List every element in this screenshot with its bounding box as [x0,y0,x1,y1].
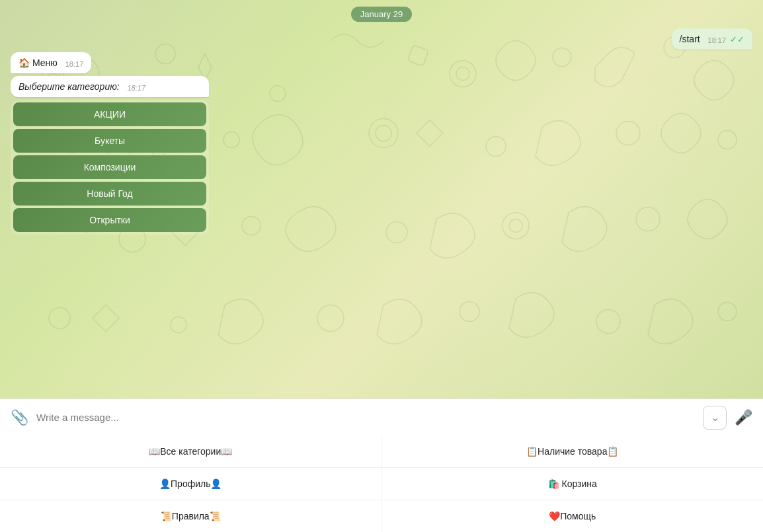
kb-button-all-categories[interactable]: 📖Все категории📖 [0,436,382,467]
chat-area: January 29 /start 18:17 ✓✓ 🏠 Меню 18:17 … [0,0,763,399]
bot-message-category: Выберите категорию: 18:17 [11,76,209,97]
kb-button-rules[interactable]: 📜Правила📜 [0,500,382,532]
svg-point-26 [596,310,620,334]
bot-message-menu: 🏠 Меню 18:17 [11,52,91,73]
kb-button-stock[interactable]: 📋Наличие товара📋 [382,436,764,467]
svg-point-23 [171,317,186,333]
messages-list: /start 18:17 ✓✓ 🏠 Меню 18:17 Выберите ка… [11,28,752,235]
keyboard-grid: 📖Все категории📖 📋Наличие товара📋 👤Профил… [0,436,763,532]
user-message-start: /start 18:17 ✓✓ [672,28,752,50]
date-badge: January 29 [351,7,412,22]
category-button-noviy-god[interactable]: Новый Год [13,182,206,206]
svg-point-25 [460,302,479,322]
user-message-text: /start [680,34,700,44]
scroll-down-button[interactable]: ⌄ [703,406,727,430]
message-checkmarks: ✓✓ [730,34,744,44]
category-button-bukety[interactable]: Букеты [13,129,206,153]
message-input[interactable] [36,412,698,423]
bot-menu-time: 18:17 [65,60,84,68]
kb-button-cart[interactable]: 🛍️ Корзина [382,468,764,500]
bot-menu-emoji: 🏠 [19,57,30,68]
category-button-kompozicii[interactable]: Композиции [13,155,206,179]
kb-button-help[interactable]: ❤️Помощь [382,500,764,532]
bot-category-text: Выберите категорию: [19,81,120,92]
bot-category-time: 18:17 [127,84,145,92]
svg-point-24 [317,305,344,332]
category-button-akcii[interactable]: АКЦИИ [13,102,206,126]
svg-point-27 [718,303,737,321]
kb-button-profile[interactable]: 👤Профиль👤 [0,468,382,500]
category-buttons-panel: АКЦИИ Букеты Композиции Новый Год Открыт… [11,100,209,235]
svg-point-22 [49,308,70,329]
attach-button[interactable]: 📎 [8,406,31,429]
user-message-time: 18:17 [708,36,727,44]
mic-button[interactable]: 🎤 [732,406,755,429]
category-button-otkrytki[interactable]: Открытки [13,208,206,232]
input-area: 📎 ⌄ 🎤 [0,399,763,436]
scroll-down-icon: ⌄ [711,411,719,424]
bot-menu-text: Меню [32,57,58,68]
